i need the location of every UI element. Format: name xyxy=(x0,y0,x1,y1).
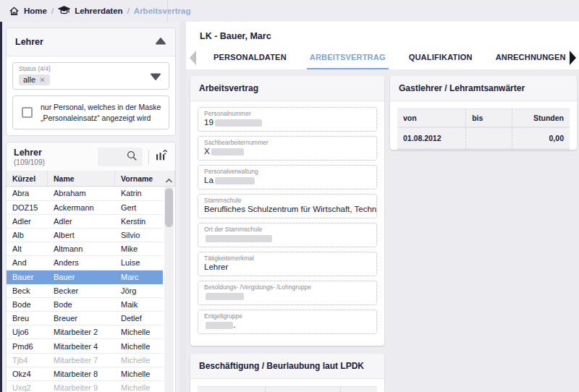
table-row[interactable]: Alb Albert Silvio xyxy=(7,229,163,242)
table-row[interactable]: Tjb4 Mitarbeiter 7 Michelle xyxy=(7,354,163,367)
record-header: LK - Bauer, Marc PERSONALDATENARBEITSVER… xyxy=(186,22,579,69)
field-value: X xyxy=(204,147,371,157)
cell-name: Breuer xyxy=(48,314,115,323)
form-field[interactable]: Besoldungs- /Vergütungs- /Lohngruppe xyxy=(198,281,377,305)
teacher-list-title: Lehrer xyxy=(14,148,45,158)
cell-stunden: 0,00 xyxy=(512,127,570,149)
table-row[interactable]: Breu Breuer Detlef xyxy=(7,312,163,325)
field-value: 19 xyxy=(204,118,371,128)
filter-panel: Lehrer Status (4/4) alle ✕ nur Personal,… xyxy=(6,27,176,136)
col-bis: bis xyxy=(341,386,377,392)
filter-panel-header[interactable]: Lehrer xyxy=(7,28,175,56)
table-row[interactable]: Uxq2 Mitarbeiter 9 Michelle xyxy=(7,381,163,392)
table-row[interactable]: Beck Becker Jörg xyxy=(7,284,163,298)
topbar-divider xyxy=(167,0,168,22)
tabs-scroll-right-icon[interactable] xyxy=(566,46,579,69)
chevron-down-icon[interactable] xyxy=(150,72,161,85)
status-chip[interactable]: alle ✕ xyxy=(19,74,50,85)
column-header-kuerzel[interactable]: Kürzel xyxy=(7,171,48,186)
field-value: La xyxy=(204,176,371,186)
breadcrumb-lehrerdaten[interactable]: Lehrerdaten xyxy=(75,7,122,15)
gastlehrer-card: Gastlehrer / Lehramtsanwärter von bis St… xyxy=(390,76,577,150)
table-row[interactable]: Pmd6 Mitarbeiter 4 Michelle xyxy=(7,339,163,353)
field-label: Sachbearbeiternummer xyxy=(204,139,371,146)
breadcrumb-home[interactable]: Home xyxy=(24,7,47,15)
field-label: Personalverwaltung xyxy=(204,168,371,175)
gastlehrer-table-row[interactable]: 01.08.2012 0,00 xyxy=(397,127,570,149)
gastlehrer-card-title: Gastlehrer / Lehramtsanwärter xyxy=(390,76,577,101)
teacher-table-header[interactable]: Kürzel Name Vorname xyxy=(7,171,175,187)
form-field[interactable]: Tätigkeitsmerkmal Lehrer xyxy=(198,252,377,276)
breadcrumb-current: Arbeitsvertrag xyxy=(134,7,191,15)
cell-kuerzel: Ujo6 xyxy=(7,328,48,336)
cell-name: Mitarbeiter 2 xyxy=(48,328,115,336)
sidebar: Lehrer Status (4/4) alle ✕ nur Personal,… xyxy=(2,22,179,392)
personaleinsatz-filter[interactable]: nur Personal, welches in der Maske „Pers… xyxy=(12,95,169,129)
cell-von: 01.08.2012 xyxy=(397,127,466,149)
field-value: Berufliches Schulzentrum für Wirtschaft,… xyxy=(204,205,371,215)
beschaeftigung-card-title: Beschäftigung / Beurlaubung laut LPDK xyxy=(190,354,384,379)
redacted-value xyxy=(211,148,244,155)
cell-kuerzel: Bauer xyxy=(7,273,48,281)
table-row[interactable]: DOZ15 Ackermann Gert xyxy=(7,201,163,215)
search-input[interactable] xyxy=(98,148,143,166)
field-value: Lehrer xyxy=(204,263,371,273)
table-row[interactable]: Alt Altmann Mike xyxy=(7,242,163,256)
collapse-up-icon[interactable] xyxy=(155,35,166,48)
form-field[interactable]: Personalverwaltung La xyxy=(198,165,377,189)
chip-close-icon[interactable]: ✕ xyxy=(39,76,45,84)
tabs-scroll-left-icon[interactable] xyxy=(186,46,199,69)
cell-name: Albert xyxy=(48,231,115,239)
search-icon xyxy=(126,150,138,165)
column-settings-icon[interactable] xyxy=(155,149,168,165)
col-von: von xyxy=(266,386,341,392)
status-dropdown[interactable]: Status (4/4) alle ✕ xyxy=(12,62,169,90)
checkbox[interactable] xyxy=(22,107,33,118)
form-field[interactable]: Ort der Stammschule xyxy=(198,223,377,247)
redacted-value xyxy=(206,235,272,242)
arbeitsvertrag-card-title: Arbeitsvertrag xyxy=(190,76,384,101)
field-value xyxy=(204,234,371,244)
table-row[interactable]: Abra Abraham Katrin xyxy=(7,187,163,200)
cell-kuerzel: Okz4 xyxy=(7,370,48,378)
breadcrumb-bar: Home / Lehrerdaten / Arbeitsvertrag xyxy=(0,0,579,22)
table-row[interactable]: Bauer Bauer Marc xyxy=(7,270,163,284)
scrollbar-thumb[interactable] xyxy=(165,188,173,227)
gastlehrer-table: von bis Stunden 01.08.2012 0,00 xyxy=(397,108,570,150)
field-value xyxy=(204,291,371,302)
table-row[interactable]: Ujo6 Mitarbeiter 2 Michelle xyxy=(7,325,163,339)
cell-name: Bode xyxy=(48,300,115,309)
redacted-value xyxy=(215,177,255,184)
cell-vorname: Mike xyxy=(115,244,163,253)
scroll-up-icon[interactable] xyxy=(165,174,173,187)
tab[interactable]: QUALIFIKATION xyxy=(406,46,476,69)
home-icon[interactable] xyxy=(9,6,20,17)
cell-vorname: Michelle xyxy=(115,356,163,365)
cell-name: Mitarbeiter 9 xyxy=(48,383,115,392)
table-row[interactable]: And Anders Luise xyxy=(7,256,163,270)
table-row[interactable]: Bode Bode Maik xyxy=(7,298,163,312)
column-header-name[interactable]: Name xyxy=(48,171,115,186)
cell-vorname: Detlef xyxy=(115,314,163,323)
form-field[interactable]: Entgeltgruppe . xyxy=(198,310,377,334)
status-table-header: Status von bis VZ 01.08.2012 xyxy=(198,386,377,392)
teacher-data-icon xyxy=(58,6,70,17)
cell-name: Mitarbeiter 8 xyxy=(48,370,115,378)
form-field[interactable]: Sachbearbeiternummer X xyxy=(198,136,377,161)
form-field[interactable]: Personalnummer 19 xyxy=(198,107,377,132)
tab[interactable]: ARBEITSVERTRAG xyxy=(307,46,389,69)
cell-name: Becker xyxy=(48,286,115,295)
cell-vorname: Jörg xyxy=(115,286,163,295)
scrollbar[interactable] xyxy=(164,187,174,392)
checkbox-label: nur Personal, welches in der Maske „Pers… xyxy=(41,102,161,123)
cell-name: Anders xyxy=(48,258,115,267)
cell-name: Mitarbeiter 4 xyxy=(48,342,115,351)
beschaeftigung-card: Beschäftigung / Beurlaubung laut LPDK St… xyxy=(190,354,384,392)
tab[interactable]: PERSONALDATEN xyxy=(211,46,290,69)
form-field[interactable]: Stammschule Berufliches Schulzentrum für… xyxy=(198,194,377,218)
field-label: Ort der Stammschule xyxy=(204,226,371,233)
tab-content: Arbeitsvertrag Personalnummer 19 Sachbea… xyxy=(186,69,579,392)
cell-kuerzel: And xyxy=(7,258,48,267)
table-row[interactable]: Adler Adler Kerstin xyxy=(7,215,163,229)
table-row[interactable]: Okz4 Mitarbeiter 8 Michelle xyxy=(7,367,163,381)
